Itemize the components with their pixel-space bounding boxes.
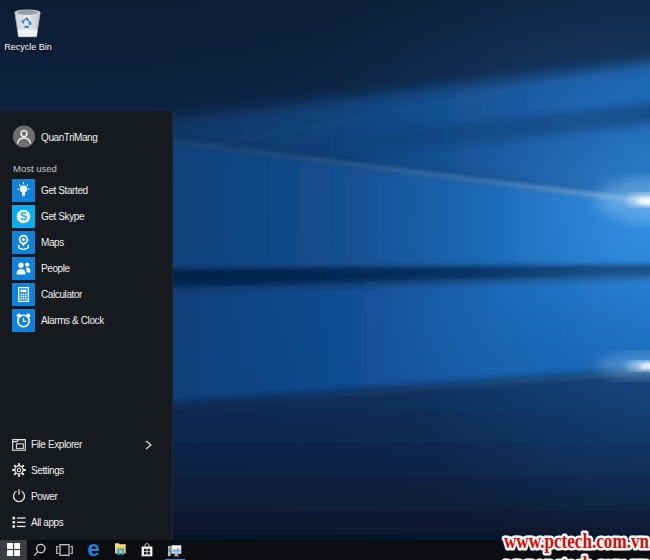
- svg-text:e: e: [87, 542, 99, 558]
- svg-text:S: S: [20, 210, 27, 222]
